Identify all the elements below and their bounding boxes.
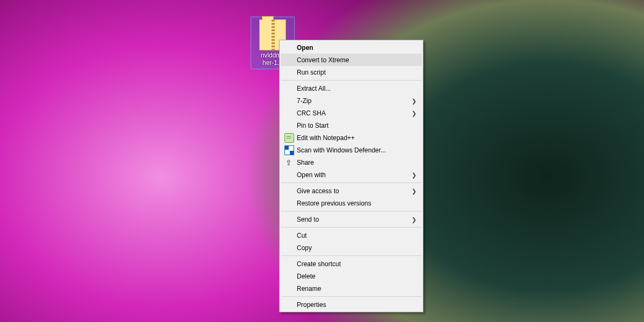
menu-label: Cut <box>297 232 307 239</box>
context-menu: Open Convert to Xtreme Run script Extrac… <box>279 40 423 312</box>
menu-pin-to-start[interactable]: Pin to Start <box>281 119 422 131</box>
chevron-right-icon: ❯ <box>412 97 416 104</box>
menu-label: Copy <box>297 244 312 252</box>
menu-label: CRC SHA <box>297 109 326 117</box>
chevron-right-icon: ❯ <box>412 187 416 194</box>
menu-open-with[interactable]: Open with ❯ <box>281 169 422 181</box>
menu-label: Properties <box>297 301 326 309</box>
menu-delete[interactable]: Delete <box>281 270 422 282</box>
menu-rename[interactable]: Rename <box>281 282 422 295</box>
menu-restore-previous-versions[interactable]: Restore previous versions <box>281 197 422 209</box>
menu-send-to[interactable]: Send to ❯ <box>281 213 422 225</box>
menu-label: Run script <box>297 69 326 76</box>
menu-cut[interactable]: Cut <box>281 229 422 241</box>
menu-crc-sha[interactable]: CRC SHA ❯ <box>281 107 422 119</box>
desktop[interactable]: nvlddmk her-1.4 Open Convert to Xtreme R… <box>0 0 644 322</box>
menu-create-shortcut[interactable]: Create shortcut <box>281 258 422 270</box>
chevron-right-icon: ❯ <box>412 109 416 116</box>
menu-run-script[interactable]: Run script <box>281 66 422 78</box>
menu-extract-all[interactable]: Extract All... <box>281 82 422 94</box>
menu-separator <box>281 296 421 297</box>
menu-label: Scan with Windows Defender... <box>297 147 386 154</box>
menu-label: Send to <box>297 216 319 223</box>
menu-properties[interactable]: Properties <box>281 298 422 311</box>
menu-label: Pin to Start <box>297 122 328 129</box>
chevron-right-icon: ❯ <box>412 216 416 223</box>
menu-separator <box>281 227 421 228</box>
menu-label: Edit with Notepad++ <box>297 134 355 142</box>
menu-label: Open <box>297 44 313 52</box>
menu-label: Share <box>297 159 314 166</box>
menu-separator <box>281 255 421 256</box>
menu-label: Open with <box>297 171 326 179</box>
menu-7zip[interactable]: 7-Zip ❯ <box>281 94 422 107</box>
menu-separator <box>281 182 421 183</box>
menu-separator <box>281 211 421 211</box>
menu-label: Convert to Xtreme <box>297 56 349 64</box>
menu-edit-with-notepadpp[interactable]: Edit with Notepad++ <box>281 131 422 144</box>
menu-scan-with-defender[interactable]: Scan with Windows Defender... <box>281 144 422 156</box>
menu-label: Restore previous versions <box>297 200 371 207</box>
menu-label: Create shortcut <box>297 260 341 268</box>
menu-share[interactable]: ⇪ Share <box>281 156 422 169</box>
notepadpp-icon <box>284 133 294 143</box>
menu-open[interactable]: Open <box>281 41 422 54</box>
menu-label: Rename <box>297 285 321 292</box>
defender-shield-icon <box>284 145 294 155</box>
menu-copy[interactable]: Copy <box>281 241 422 254</box>
menu-separator <box>281 80 421 80</box>
menu-convert-to-xtreme[interactable]: Convert to Xtreme <box>281 54 422 66</box>
share-icon: ⇪ <box>284 158 293 167</box>
menu-give-access-to[interactable]: Give access to ❯ <box>281 185 422 197</box>
menu-label: Extract All... <box>297 85 331 92</box>
menu-label: Give access to <box>297 187 339 195</box>
menu-label: 7-Zip <box>297 97 311 105</box>
menu-label: Delete <box>297 273 316 280</box>
chevron-right-icon: ❯ <box>412 171 416 178</box>
